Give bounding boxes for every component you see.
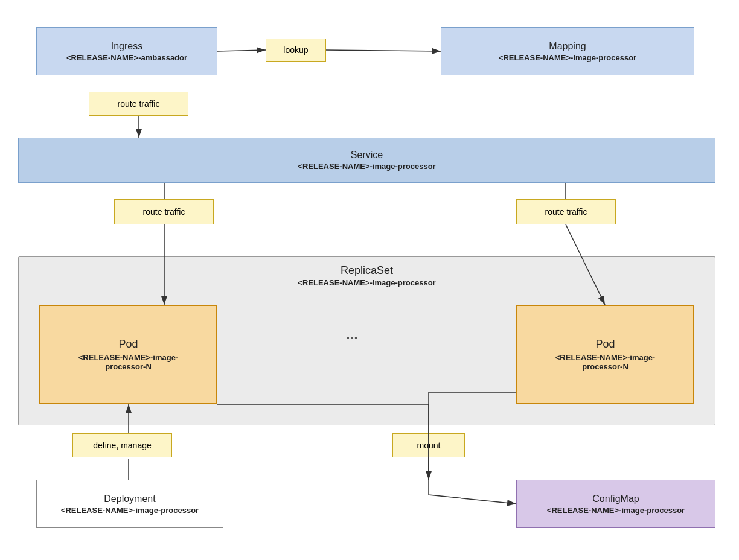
ellipsis: ... <box>346 326 358 343</box>
deployment-subtitle: <RELEASE-NAME>-image-processor <box>61 506 199 515</box>
mapping-title: Mapping <box>549 41 586 52</box>
define-manage-label: define, manage <box>72 433 172 457</box>
pod-left-title: Pod <box>118 338 138 351</box>
configmap-subtitle: <RELEASE-NAME>-image-processor <box>547 506 685 515</box>
ingress-subtitle: <RELEASE-NAME>-ambassador <box>66 53 187 62</box>
pod-left-subtitle: <RELEASE-NAME>-image-processor-N <box>78 353 178 371</box>
ingress-title: Ingress <box>111 41 142 52</box>
mount-label: mount <box>392 433 465 457</box>
route-traffic-label-1: route traffic <box>89 92 188 116</box>
replicaset-title: ReplicaSet <box>341 264 393 276</box>
service-subtitle: <RELEASE-NAME>-image-processor <box>298 162 435 171</box>
route-traffic-label-3: route traffic <box>516 199 616 224</box>
diagram: Ingress <RELEASE-NAME>-ambassador Mappin… <box>0 0 739 560</box>
replicaset-subtitle: <RELEASE-NAME>-image-processor <box>298 278 435 287</box>
configmap-title: ConfigMap <box>592 494 639 504</box>
pod-right-title: Pod <box>595 338 615 351</box>
svg-line-2 <box>217 50 266 51</box>
mapping-subtitle: <RELEASE-NAME>-image-processor <box>499 53 636 62</box>
ingress-box: Ingress <RELEASE-NAME>-ambassador <box>36 27 217 75</box>
service-box: Service <RELEASE-NAME>-image-processor <box>18 138 715 183</box>
service-title: Service <box>351 150 383 161</box>
pod-right-subtitle: <RELEASE-NAME>-image-processor-N <box>555 353 655 371</box>
pod-left-box: Pod <RELEASE-NAME>-image-processor-N <box>39 305 217 404</box>
pod-right-box: Pod <RELEASE-NAME>-image-processor-N <box>516 305 694 404</box>
route-traffic-label-2: route traffic <box>114 199 214 224</box>
svg-line-3 <box>326 50 441 51</box>
deployment-box: Deployment <RELEASE-NAME>-image-processo… <box>36 480 223 528</box>
lookup-label: lookup <box>266 39 326 62</box>
deployment-title: Deployment <box>104 494 155 504</box>
mapping-box: Mapping <RELEASE-NAME>-image-processor <box>441 27 694 75</box>
configmap-box: ConfigMap <RELEASE-NAME>-image-processor <box>516 480 715 528</box>
